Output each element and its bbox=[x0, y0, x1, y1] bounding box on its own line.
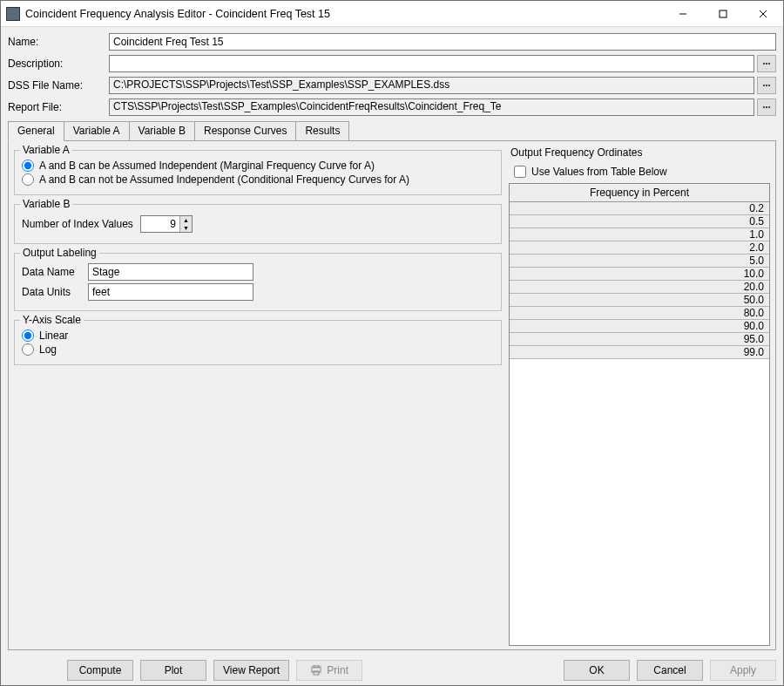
report-label: Report File: bbox=[8, 101, 109, 113]
window: Coincident Frequency Analysis Editor - C… bbox=[0, 0, 784, 686]
spinner-down[interactable]: ▼ bbox=[179, 224, 192, 232]
variable-b-legend: Variable B bbox=[20, 198, 72, 210]
tabstrip: General Variable A Variable B Response C… bbox=[8, 122, 776, 141]
frequency-table-header: Frequency in Percent bbox=[510, 184, 769, 202]
data-name-input[interactable] bbox=[88, 263, 253, 281]
ellipsis-icon bbox=[762, 105, 771, 109]
print-button: Print bbox=[296, 660, 362, 681]
radio-log[interactable]: Log bbox=[22, 343, 494, 356]
minimize-button[interactable] bbox=[663, 1, 703, 27]
frequency-row[interactable]: 95.0 bbox=[510, 333, 769, 346]
svg-point-8 bbox=[766, 85, 767, 86]
ellipsis-icon bbox=[762, 62, 771, 65]
num-index-spinner[interactable]: ▲ ▼ bbox=[140, 215, 193, 233]
radio-independent[interactable]: A and B can be Assumed Independent (Marg… bbox=[22, 160, 494, 172]
output-labeling-legend: Output Labeling bbox=[20, 247, 99, 259]
dss-browse-button[interactable] bbox=[757, 77, 776, 94]
group-variable-b: Variable B Number of Index Values ▲ ▼ bbox=[14, 204, 502, 244]
tab-variable-a[interactable]: Variable A bbox=[64, 121, 130, 140]
radio-log-label: Log bbox=[39, 343, 57, 356]
output-freq-heading: Output Frequency Ordinates bbox=[510, 146, 770, 159]
frequency-table-body[interactable]: 0.20.51.02.05.010.020.050.080.090.095.09… bbox=[510, 202, 769, 645]
num-index-label: Number of Index Values bbox=[22, 218, 133, 230]
row-description: Description: bbox=[8, 54, 776, 73]
radio-log-input[interactable] bbox=[22, 343, 34, 356]
tab-panel-general: Variable A A and B can be Assumed Indepe… bbox=[8, 141, 776, 650]
minimize-icon bbox=[679, 10, 687, 18]
name-label: Name: bbox=[8, 36, 109, 48]
data-name-label: Data Name bbox=[22, 266, 83, 278]
print-label: Print bbox=[327, 664, 348, 676]
form-rows: Name: Description: DSS File Name: C:\PRO… bbox=[8, 32, 776, 117]
num-index-input[interactable] bbox=[141, 216, 179, 232]
svg-point-10 bbox=[763, 106, 765, 108]
maximize-button[interactable] bbox=[703, 1, 743, 27]
description-input[interactable] bbox=[109, 55, 754, 72]
use-table-label: Use Values from Table Below bbox=[531, 166, 667, 178]
window-title: Coincident Frequency Analysis Editor - C… bbox=[25, 8, 663, 20]
report-browse-button[interactable] bbox=[757, 98, 776, 116]
right-column: Output Frequency Ordinates Use Values fr… bbox=[509, 145, 770, 646]
ellipsis-icon bbox=[762, 84, 771, 87]
use-table-checkbox[interactable] bbox=[514, 166, 526, 178]
close-button[interactable] bbox=[743, 1, 783, 27]
report-file-field: CTS\SSP\Projects\Test\SSP_Examples\Coinc… bbox=[109, 98, 754, 116]
row-dss-file: DSS File Name: C:\PROJECTS\SSP\Projects\… bbox=[8, 76, 776, 95]
ok-button[interactable]: OK bbox=[564, 660, 630, 681]
radio-linear[interactable]: Linear bbox=[22, 329, 494, 342]
tab-response-curves[interactable]: Response Curves bbox=[194, 121, 296, 140]
frequency-row[interactable]: 99.0 bbox=[510, 346, 769, 359]
frequency-row[interactable]: 80.0 bbox=[510, 307, 769, 320]
group-y-axis-scale: Y-Axis Scale Linear Log bbox=[14, 320, 502, 365]
spinner-buttons: ▲ ▼ bbox=[179, 216, 192, 232]
frequency-row[interactable]: 20.0 bbox=[510, 281, 769, 294]
radio-linear-label: Linear bbox=[39, 329, 68, 342]
frequency-row[interactable]: 10.0 bbox=[510, 268, 769, 281]
radio-linear-input[interactable] bbox=[22, 329, 34, 342]
frequency-row[interactable]: 0.2 bbox=[510, 202, 769, 215]
spinner-up[interactable]: ▲ bbox=[179, 216, 192, 224]
apply-button: Apply bbox=[710, 660, 776, 681]
group-variable-a: Variable A A and B can be Assumed Indepe… bbox=[14, 150, 502, 195]
data-units-row: Data Units bbox=[22, 283, 494, 301]
radio-conditional-input[interactable] bbox=[22, 173, 34, 186]
name-input[interactable] bbox=[109, 33, 776, 51]
svg-point-6 bbox=[768, 63, 770, 65]
svg-rect-1 bbox=[720, 10, 727, 17]
close-icon bbox=[759, 10, 767, 18]
radio-conditional[interactable]: A and B can not be Assumed Independent (… bbox=[22, 173, 494, 186]
bottom-bar: Compute Plot View Report Print OK Cancel… bbox=[1, 655, 783, 685]
view-report-button[interactable]: View Report bbox=[213, 660, 289, 681]
svg-point-5 bbox=[766, 63, 767, 65]
radio-independent-label: A and B can be Assumed Independent (Marg… bbox=[39, 160, 375, 172]
frequency-row[interactable]: 1.0 bbox=[510, 228, 769, 241]
frequency-row[interactable]: 50.0 bbox=[510, 294, 769, 307]
compute-button[interactable]: Compute bbox=[67, 660, 133, 681]
frequency-row[interactable]: 5.0 bbox=[510, 255, 769, 268]
radio-conditional-label: A and B can not be Assumed Independent (… bbox=[39, 173, 409, 186]
dss-label: DSS File Name: bbox=[8, 79, 109, 92]
tab-results[interactable]: Results bbox=[295, 121, 349, 140]
tab-general[interactable]: General bbox=[8, 121, 64, 141]
use-table-check[interactable]: Use Values from Table Below bbox=[514, 166, 770, 178]
description-browse-button[interactable] bbox=[757, 55, 776, 72]
y-axis-legend: Y-Axis Scale bbox=[20, 314, 84, 326]
dss-file-field: C:\PROJECTS\SSP\Projects\Test\SSP_Exampl… bbox=[109, 77, 754, 94]
data-units-label: Data Units bbox=[22, 286, 83, 298]
frequency-row[interactable]: 90.0 bbox=[510, 320, 769, 333]
titlebar: Coincident Frequency Analysis Editor - C… bbox=[1, 1, 783, 27]
tab-variable-b[interactable]: Variable B bbox=[129, 121, 195, 140]
row-name: Name: bbox=[8, 32, 776, 51]
row-report-file: Report File: CTS\SSP\Projects\Test\SSP_E… bbox=[8, 98, 776, 117]
radio-independent-input[interactable] bbox=[22, 160, 34, 172]
data-units-input[interactable] bbox=[88, 283, 253, 301]
data-name-row: Data Name bbox=[22, 263, 494, 281]
plot-button[interactable]: Plot bbox=[140, 660, 206, 681]
svg-point-7 bbox=[763, 85, 765, 86]
frequency-row[interactable]: 0.5 bbox=[510, 215, 769, 228]
frequency-row[interactable]: 2.0 bbox=[510, 241, 769, 255]
maximize-icon bbox=[719, 10, 727, 18]
cancel-button[interactable]: Cancel bbox=[637, 660, 703, 681]
description-label: Description: bbox=[8, 58, 109, 70]
app-icon bbox=[6, 7, 20, 21]
